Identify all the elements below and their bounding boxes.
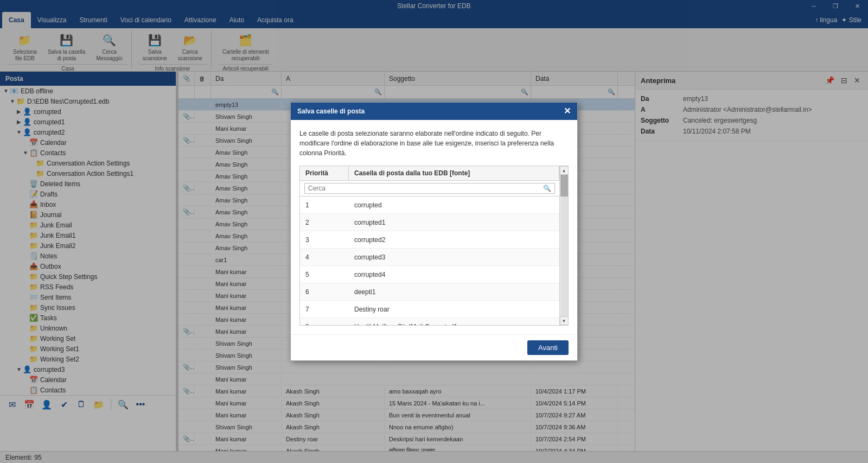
modal-cell-mailbox-2: corrupted2 [349, 234, 559, 246]
modal-row[interactable]: 8 HealthMailbox-SitpIMail-Corrupted1 [300, 318, 559, 325]
modal-cell-mailbox-7: HealthMailbox-SitpIMail-Corrupted1 [349, 321, 559, 326]
modal-overlay: Salva caselle di posta ✕ Le caselle di p… [0, 0, 868, 463]
modal-cell-priority-7: 8 [300, 321, 349, 326]
modal-footer: Avanti [291, 334, 577, 360]
modal-cell-priority-0: 1 [300, 199, 349, 211]
modal-cell-priority-6: 7 [300, 303, 349, 315]
modal-title-bar: Salva caselle di posta ✕ [291, 103, 577, 120]
modal-table-header: Priorità Casella di posta dalla tuo EDB … [300, 166, 559, 181]
modal-row[interactable]: 5 corrupted4 [300, 266, 559, 283]
modal-row[interactable]: 7 Destiny roar [300, 301, 559, 318]
modal-cell-mailbox-4: corrupted4 [349, 269, 559, 281]
modal-scrollbar: ▲ ▼ [559, 166, 568, 325]
modal: Salva caselle di posta ✕ Le caselle di p… [290, 102, 578, 361]
modal-description: Le caselle di posta selezionate saranno … [299, 129, 569, 158]
modal-row[interactable]: 1 corrupted [300, 196, 559, 214]
modal-title: Salva caselle di posta [297, 107, 365, 115]
modal-cell-mailbox-0: corrupted [349, 199, 559, 211]
modal-avanti-button[interactable]: Avanti [527, 340, 569, 355]
modal-col-priority-header: Priorità [300, 166, 349, 180]
modal-row[interactable]: 4 corrupted3 [300, 249, 559, 266]
modal-rows: 1 corrupted 2 corrupted1 3 corrupted2 4 … [300, 196, 559, 325]
modal-row[interactable]: 2 corrupted1 [300, 214, 559, 231]
modal-search-input[interactable] [308, 185, 541, 192]
modal-close-button[interactable]: ✕ [564, 107, 571, 116]
modal-cell-mailbox-6: Destiny roar [349, 303, 559, 315]
modal-row[interactable]: 6 deepti1 [300, 283, 559, 301]
modal-scrollbar-thumb[interactable] [560, 175, 568, 196]
modal-cell-priority-1: 2 [300, 217, 349, 229]
modal-cell-mailbox-3: corrupted3 [349, 251, 559, 263]
modal-search-icon: 🔍 [543, 185, 551, 192]
modal-col-mailbox-header: Casella di posta dalla tuo EDB [fonte] [349, 166, 559, 180]
modal-scroll-down[interactable]: ▼ [560, 316, 569, 325]
modal-body: Le caselle di posta selezionate saranno … [291, 120, 577, 334]
modal-cell-priority-3: 4 [300, 251, 349, 263]
modal-row[interactable]: 3 corrupted2 [300, 231, 559, 249]
modal-scroll-up[interactable]: ▲ [560, 166, 569, 175]
modal-search-row: 🔍 [300, 181, 559, 196]
modal-scrollbar-track [560, 175, 568, 316]
modal-cell-priority-2: 3 [300, 234, 349, 246]
modal-cell-priority-5: 6 [300, 286, 349, 298]
modal-cell-mailbox-1: corrupted1 [349, 217, 559, 229]
modal-cell-priority-4: 5 [300, 269, 349, 281]
modal-cell-mailbox-5: deepti1 [349, 286, 559, 298]
